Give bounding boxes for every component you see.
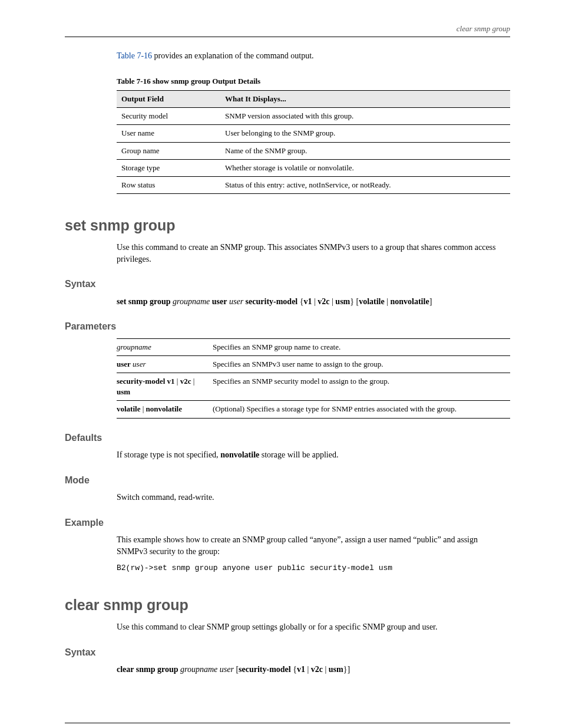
parameters-table: groupnameSpecifies an SNMP group name to… <box>117 338 510 419</box>
page: clear snmp group Table 7-16 provides an … <box>0 0 562 728</box>
output-field: Group name <box>117 142 220 159</box>
syntax-label: Syntax <box>65 278 510 291</box>
command-heading-set-snmp-group: set snmp group <box>65 215 510 236</box>
parameters-label: Parameters <box>65 320 510 333</box>
example-label: Example <box>65 516 510 529</box>
output-desc: Name of the SNMP group. <box>220 142 510 159</box>
table-row: user userSpecifies an SNMPv3 user name t… <box>117 355 510 373</box>
param-name: user user <box>117 355 213 373</box>
output-head-0: Output Field <box>117 90 220 107</box>
table-row: Group nameName of the SNMP group. <box>117 142 510 159</box>
param-desc: Specifies an SNMP group name to create. <box>213 338 510 355</box>
page-footer: Enterasys B2 Configuration Guide 7-17 <box>65 723 510 728</box>
table-row: Storage typeWhether storage is volatile … <box>117 159 510 176</box>
cmd1-example-text: This example shows how to create an SNMP… <box>117 534 510 557</box>
output-field: Security model <box>117 108 220 125</box>
cmd1-defaults: If storage type is not specified, nonvol… <box>117 449 510 461</box>
param-name: volatile | nonvolatile <box>117 401 213 418</box>
table-header-row: Output Field What It Displays... <box>117 90 510 107</box>
cmd1-example-code: B2(rw)->set snmp group anyone user publi… <box>117 563 510 574</box>
param-name: security-model v1 | v2c | usm <box>117 373 213 401</box>
table-row: User nameUser belonging to the SNMP grou… <box>117 125 510 142</box>
cmd1-mode: Switch command, read-write. <box>117 492 510 503</box>
defaults-label: Defaults <box>65 431 510 444</box>
command-heading-clear-snmp-group: clear snmp group <box>65 595 510 615</box>
output-desc: Status of this entry: active, notInServi… <box>220 176 510 193</box>
table-row: security-model v1 | v2c | usmSpecifies a… <box>117 373 510 401</box>
param-desc: Specifies an SNMPv3 user name to assign … <box>213 355 510 373</box>
cmd2-syntax: clear snmp group groupname user [securit… <box>117 664 510 676</box>
output-desc: Whether storage is volatile or nonvolati… <box>220 159 510 176</box>
table-row: Security modelSNMP version associated wi… <box>117 108 510 125</box>
output-table-title: Table 7-16 show snmp group Output Detail… <box>117 76 510 87</box>
table-row: volatile | nonvolatile(Optional) Specifi… <box>117 401 510 418</box>
intro-rest: provides an explanation of the command o… <box>152 51 314 60</box>
output-field: Storage type <box>117 159 220 176</box>
param-name: groupname <box>117 338 213 355</box>
header-rule <box>65 37 510 37</box>
output-desc: User belonging to the SNMP group. <box>220 125 510 142</box>
cmd2-syntax-label: Syntax <box>65 646 510 659</box>
intro-paragraph: Table 7-16 provides an explanation of th… <box>117 50 510 62</box>
cmd1-syntax: set snmp group groupname user user secur… <box>117 296 510 308</box>
cmd1-description: Use this command to create an SNMP group… <box>117 242 510 265</box>
param-desc: (Optional) Specifies a storage type for … <box>213 401 510 418</box>
output-field: User name <box>117 125 220 142</box>
table-ref-link[interactable]: Table 7-16 <box>117 51 152 60</box>
table-row: groupnameSpecifies an SNMP group name to… <box>117 338 510 355</box>
mode-label: Mode <box>65 474 510 487</box>
page-header-right: clear snmp group <box>65 24 510 37</box>
output-field: Row status <box>117 176 220 193</box>
content-body: Table 7-16 provides an explanation of th… <box>117 50 510 194</box>
table-row: Row statusStatus of this entry: active, … <box>117 176 510 193</box>
output-head-1: What It Displays... <box>220 90 510 107</box>
param-desc: Specifies an SNMP security model to assi… <box>213 373 510 401</box>
output-table: Output Field What It Displays... Securit… <box>117 90 510 194</box>
output-desc: SNMP version associated with this group. <box>220 108 510 125</box>
cmd2-description: Use this command to clear SNMP group set… <box>117 621 510 633</box>
